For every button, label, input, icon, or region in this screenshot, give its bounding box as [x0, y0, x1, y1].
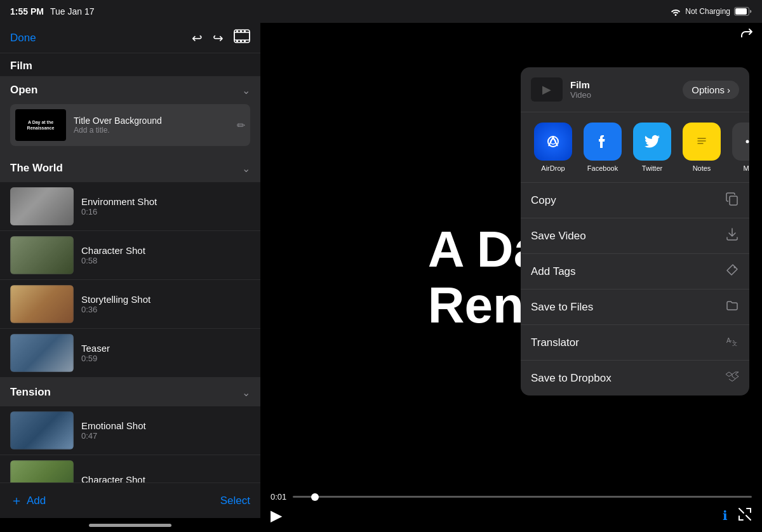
save-video-icon: [725, 227, 739, 244]
share-app-airdrop[interactable]: AirDrop: [531, 123, 575, 172]
share-icon[interactable]: [739, 25, 756, 42]
tension-section: Tension ⌄ Emotional Shot 0:47: [0, 378, 260, 482]
shot-duration: 0:59: [81, 354, 250, 363]
status-icons: Not Charging: [670, 7, 752, 16]
title-card[interactable]: A Day at theRenaissance Title Over Backg…: [10, 104, 250, 146]
translator-icon: A 文: [725, 334, 739, 351]
copy-label: Copy: [531, 194, 556, 207]
share-app-twitter[interactable]: Twitter: [630, 123, 674, 172]
shot-thumbnail-story: [10, 285, 74, 323]
svg-rect-5: [240, 30, 242, 32]
play-button[interactable]: ▶: [271, 507, 282, 524]
share-action-add-tags[interactable]: Add Tags: [521, 254, 749, 289]
share-action-save-files[interactable]: Save to Files: [521, 289, 749, 325]
more-icon: [732, 123, 749, 161]
twitter-label: Twitter: [642, 164, 662, 172]
shot-duration: 0:16: [81, 207, 250, 216]
share-action-dropbox[interactable]: Save to Dropbox: [521, 361, 749, 396]
options-button[interactable]: Options ›: [683, 81, 739, 99]
sidebar-film-title: Film: [0, 53, 260, 76]
filmstrip-icon[interactable]: [234, 29, 250, 46]
shot-name: Environment Shot: [81, 196, 250, 207]
shot-name: Character Shot: [81, 245, 250, 256]
progress-dot: [311, 493, 319, 501]
redo-icon[interactable]: ↪: [213, 30, 224, 46]
options-chevron: ›: [727, 84, 730, 95]
title-thumbnail: A Day at theRenaissance: [15, 109, 66, 141]
shot-duration: 0:36: [81, 305, 250, 314]
shot-thumbnail-char2: [10, 460, 74, 482]
edit-icon[interactable]: ✏: [237, 119, 245, 131]
svg-rect-7: [236, 40, 238, 42]
home-bar: [89, 524, 171, 527]
airdrop-label: AirDrop: [541, 164, 565, 172]
list-item[interactable]: Storytelling Shot 0:36: [0, 280, 260, 329]
list-item[interactable]: Emotional Shot 0:47: [0, 406, 260, 455]
share-app-more[interactable]: More: [729, 123, 749, 172]
home-indicator: [0, 518, 260, 532]
shot-thumbnail-char: [10, 236, 74, 274]
svg-rect-1: [735, 8, 747, 15]
toolbar-icons: ↩ ↪: [192, 29, 250, 46]
film-thumb-icon: ▶: [542, 83, 551, 96]
list-item[interactable]: Character Shot: [0, 455, 260, 482]
save-files-icon: [725, 298, 739, 316]
share-action-translator[interactable]: Translator A 文: [521, 325, 749, 361]
shot-info: Character Shot: [81, 474, 250, 483]
share-action-save-video[interactable]: Save Video: [521, 218, 749, 254]
svg-rect-6: [244, 30, 246, 32]
svg-rect-8: [240, 40, 242, 42]
undo-icon[interactable]: ↩: [192, 30, 203, 46]
title-name: Title Over Background: [74, 116, 229, 126]
share-thumbnail: ▶: [531, 77, 563, 102]
add-button[interactable]: ＋ Add: [10, 492, 46, 509]
title-subtitle: Add a title.: [74, 126, 229, 135]
sidebar-scroll: Open ⌄ A Day at theRenaissance Title Ove…: [0, 76, 260, 482]
share-title-group: Film Video: [570, 79, 675, 100]
world-chevron-icon: ⌄: [242, 163, 250, 175]
shot-info: Emotional Shot 0:47: [81, 420, 250, 441]
open-chevron-icon[interactable]: ⌄: [242, 84, 250, 96]
share-overlay: ▶ Film Video Options ›: [521, 23, 762, 532]
the-world-header[interactable]: The World ⌄: [0, 154, 260, 182]
shot-info: Environment Shot 0:16: [81, 196, 250, 216]
open-section-header: Open ⌄: [10, 84, 250, 96]
title-info: Title Over Background Add a title.: [74, 116, 229, 135]
shot-thumbnail-env: [10, 187, 74, 225]
done-button[interactable]: Done: [10, 32, 36, 44]
list-item[interactable]: Teaser 0:59: [0, 329, 260, 378]
share-app-facebook[interactable]: Facebook: [580, 123, 625, 172]
share-action-copy[interactable]: Copy: [521, 183, 749, 218]
add-tags-icon: [725, 263, 739, 280]
svg-rect-9: [244, 40, 246, 42]
shot-thumbnail-emotional: [10, 411, 74, 449]
shot-info: Character Shot 0:58: [81, 245, 250, 265]
share-sheet: ▶ Film Video Options ›: [521, 67, 749, 396]
share-button-area[interactable]: [739, 25, 756, 44]
svg-rect-12: [695, 135, 708, 149]
select-button[interactable]: Select: [220, 495, 250, 507]
shot-info: Teaser 0:59: [81, 343, 250, 363]
svg-text:A: A: [726, 337, 731, 344]
more-label: More: [743, 164, 749, 172]
list-item[interactable]: Character Shot 0:58: [0, 231, 260, 280]
svg-text:文: 文: [732, 341, 737, 347]
svg-point-17: [734, 267, 736, 269]
shot-duration: 0:58: [81, 256, 250, 265]
shot-name: Character Shot: [81, 474, 250, 483]
svg-rect-3: [234, 32, 250, 40]
title-thumbnail-text: A Day at theRenaissance: [25, 117, 57, 133]
svg-point-13: [746, 140, 749, 143]
list-item[interactable]: Environment Shot 0:16: [0, 182, 260, 231]
open-section: Open ⌄ A Day at theRenaissance Title Ove…: [0, 76, 260, 154]
sidebar-toolbar: Done ↩ ↪: [0, 23, 260, 53]
status-bar: 1:55 PM Tue Jan 17 Not Charging: [0, 0, 762, 23]
tension-header[interactable]: Tension ⌄: [0, 378, 260, 406]
dropbox-icon: [725, 369, 739, 387]
add-tags-label: Add Tags: [531, 265, 576, 278]
share-app-notes[interactable]: Notes: [679, 123, 724, 172]
time-label: 0:01: [271, 492, 286, 502]
battery-icon: [734, 7, 752, 16]
sidebar: Done ↩ ↪: [0, 23, 260, 532]
share-subtitle: Video: [570, 90, 675, 100]
